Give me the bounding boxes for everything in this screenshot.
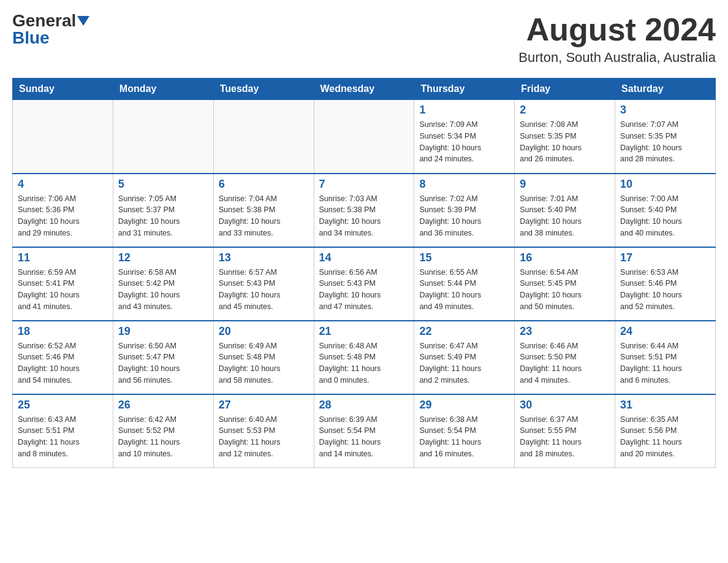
day-info: Sunrise: 7:03 AM Sunset: 5:38 PM Dayligh… [319, 193, 409, 239]
day-number: 17 [620, 251, 710, 264]
weekday-header-tuesday: Tuesday [213, 79, 314, 100]
day-number: 12 [118, 251, 208, 264]
calendar-day-cell: 12Sunrise: 6:58 AM Sunset: 5:42 PM Dayli… [113, 247, 213, 321]
day-number: 11 [18, 251, 108, 264]
calendar-table: SundayMondayTuesdayWednesdayThursdayFrid… [12, 78, 716, 468]
day-info: Sunrise: 6:52 AM Sunset: 5:46 PM Dayligh… [18, 340, 108, 386]
weekday-header-wednesday: Wednesday [314, 79, 414, 100]
title-area: August 2024 Burton, South Australia, Aus… [518, 12, 716, 66]
calendar-day-cell: 25Sunrise: 6:43 AM Sunset: 5:51 PM Dayli… [13, 394, 113, 468]
calendar-header-row: SundayMondayTuesdayWednesdayThursdayFrid… [13, 79, 716, 100]
calendar-day-cell: 4Sunrise: 7:06 AM Sunset: 5:36 PM Daylig… [13, 174, 113, 247]
day-number: 10 [620, 178, 710, 191]
calendar-day-cell: 30Sunrise: 6:37 AM Sunset: 5:55 PM Dayli… [515, 394, 615, 468]
calendar-day-cell [13, 100, 113, 174]
calendar-day-cell: 3Sunrise: 7:07 AM Sunset: 5:35 PM Daylig… [615, 100, 716, 174]
calendar-day-cell: 17Sunrise: 6:53 AM Sunset: 5:46 PM Dayli… [615, 247, 716, 321]
calendar-day-cell: 9Sunrise: 7:01 AM Sunset: 5:40 PM Daylig… [515, 174, 615, 247]
day-number: 1 [419, 104, 509, 117]
logo: General Blue [12, 12, 89, 47]
day-info: Sunrise: 7:05 AM Sunset: 5:37 PM Dayligh… [118, 193, 208, 239]
day-number: 9 [520, 178, 610, 191]
day-info: Sunrise: 6:48 AM Sunset: 5:48 PM Dayligh… [319, 340, 409, 386]
weekday-header-friday: Friday [515, 79, 615, 100]
calendar-day-cell: 2Sunrise: 7:08 AM Sunset: 5:35 PM Daylig… [515, 100, 615, 174]
calendar-week-row: 4Sunrise: 7:06 AM Sunset: 5:36 PM Daylig… [13, 174, 716, 247]
day-info: Sunrise: 6:37 AM Sunset: 5:55 PM Dayligh… [520, 414, 610, 460]
day-number: 14 [319, 251, 409, 264]
day-number: 25 [18, 399, 108, 412]
page-header: General Blue August 2024 Burton, South A… [12, 12, 716, 66]
day-number: 16 [520, 251, 610, 264]
calendar-day-cell: 29Sunrise: 6:38 AM Sunset: 5:54 PM Dayli… [414, 394, 515, 468]
weekday-header-monday: Monday [113, 79, 213, 100]
calendar-day-cell: 16Sunrise: 6:54 AM Sunset: 5:45 PM Dayli… [515, 247, 615, 321]
day-number: 13 [219, 251, 309, 264]
calendar-day-cell: 7Sunrise: 7:03 AM Sunset: 5:38 PM Daylig… [314, 174, 414, 247]
day-number: 20 [219, 325, 309, 338]
day-info: Sunrise: 6:38 AM Sunset: 5:54 PM Dayligh… [419, 414, 509, 460]
day-info: Sunrise: 6:35 AM Sunset: 5:56 PM Dayligh… [620, 414, 710, 460]
weekday-header-sunday: Sunday [13, 79, 113, 100]
logo-blue-text: Blue [12, 28, 50, 47]
day-info: Sunrise: 6:44 AM Sunset: 5:51 PM Dayligh… [620, 340, 710, 386]
day-info: Sunrise: 7:00 AM Sunset: 5:40 PM Dayligh… [620, 193, 710, 239]
calendar-day-cell: 6Sunrise: 7:04 AM Sunset: 5:38 PM Daylig… [213, 174, 314, 247]
location-title: Burton, South Australia, Australia [518, 50, 716, 66]
day-info: Sunrise: 7:08 AM Sunset: 5:35 PM Dayligh… [520, 119, 610, 165]
day-info: Sunrise: 6:39 AM Sunset: 5:54 PM Dayligh… [319, 414, 409, 460]
day-info: Sunrise: 6:47 AM Sunset: 5:49 PM Dayligh… [419, 340, 509, 386]
month-title: August 2024 [518, 12, 716, 47]
calendar-day-cell [314, 100, 414, 174]
calendar-day-cell: 21Sunrise: 6:48 AM Sunset: 5:48 PM Dayli… [314, 321, 414, 394]
day-number: 18 [18, 325, 108, 338]
day-info: Sunrise: 7:01 AM Sunset: 5:40 PM Dayligh… [520, 193, 610, 239]
day-info: Sunrise: 7:06 AM Sunset: 5:36 PM Dayligh… [18, 193, 108, 239]
day-info: Sunrise: 7:09 AM Sunset: 5:34 PM Dayligh… [419, 119, 509, 165]
day-number: 3 [620, 104, 710, 117]
logo-triangle-icon [77, 16, 89, 26]
calendar-day-cell: 11Sunrise: 6:59 AM Sunset: 5:41 PM Dayli… [13, 247, 113, 321]
day-info: Sunrise: 6:42 AM Sunset: 5:52 PM Dayligh… [118, 414, 208, 460]
day-number: 29 [419, 399, 509, 412]
calendar-day-cell: 23Sunrise: 6:46 AM Sunset: 5:50 PM Dayli… [515, 321, 615, 394]
day-info: Sunrise: 6:46 AM Sunset: 5:50 PM Dayligh… [520, 340, 610, 386]
day-info: Sunrise: 6:43 AM Sunset: 5:51 PM Dayligh… [18, 414, 108, 460]
day-number: 30 [520, 399, 610, 412]
calendar-day-cell: 31Sunrise: 6:35 AM Sunset: 5:56 PM Dayli… [615, 394, 716, 468]
calendar-day-cell [213, 100, 314, 174]
day-number: 7 [319, 178, 409, 191]
day-info: Sunrise: 7:07 AM Sunset: 5:35 PM Dayligh… [620, 119, 710, 165]
day-info: Sunrise: 6:53 AM Sunset: 5:46 PM Dayligh… [620, 267, 710, 313]
day-info: Sunrise: 6:40 AM Sunset: 5:53 PM Dayligh… [219, 414, 309, 460]
day-info: Sunrise: 6:54 AM Sunset: 5:45 PM Dayligh… [520, 267, 610, 313]
calendar-day-cell: 10Sunrise: 7:00 AM Sunset: 5:40 PM Dayli… [615, 174, 716, 247]
calendar-day-cell: 14Sunrise: 6:56 AM Sunset: 5:43 PM Dayli… [314, 247, 414, 321]
day-number: 19 [118, 325, 208, 338]
day-info: Sunrise: 6:55 AM Sunset: 5:44 PM Dayligh… [419, 267, 509, 313]
calendar-day-cell: 15Sunrise: 6:55 AM Sunset: 5:44 PM Dayli… [414, 247, 515, 321]
day-number: 28 [319, 399, 409, 412]
calendar-day-cell: 19Sunrise: 6:50 AM Sunset: 5:47 PM Dayli… [113, 321, 213, 394]
day-info: Sunrise: 6:58 AM Sunset: 5:42 PM Dayligh… [118, 267, 208, 313]
day-info: Sunrise: 6:59 AM Sunset: 5:41 PM Dayligh… [18, 267, 108, 313]
calendar-day-cell: 20Sunrise: 6:49 AM Sunset: 5:48 PM Dayli… [213, 321, 314, 394]
calendar-day-cell: 8Sunrise: 7:02 AM Sunset: 5:39 PM Daylig… [414, 174, 515, 247]
day-number: 23 [520, 325, 610, 338]
day-number: 21 [319, 325, 409, 338]
day-info: Sunrise: 6:56 AM Sunset: 5:43 PM Dayligh… [319, 267, 409, 313]
calendar-week-row: 1Sunrise: 7:09 AM Sunset: 5:34 PM Daylig… [13, 100, 716, 174]
weekday-header-thursday: Thursday [414, 79, 515, 100]
calendar-day-cell: 26Sunrise: 6:42 AM Sunset: 5:52 PM Dayli… [113, 394, 213, 468]
calendar-day-cell: 27Sunrise: 6:40 AM Sunset: 5:53 PM Dayli… [213, 394, 314, 468]
day-info: Sunrise: 7:02 AM Sunset: 5:39 PM Dayligh… [419, 193, 509, 239]
calendar-week-row: 11Sunrise: 6:59 AM Sunset: 5:41 PM Dayli… [13, 247, 716, 321]
logo-general-text: General [12, 12, 76, 29]
day-number: 15 [419, 251, 509, 264]
day-number: 2 [520, 104, 610, 117]
calendar-day-cell [113, 100, 213, 174]
calendar-day-cell: 13Sunrise: 6:57 AM Sunset: 5:43 PM Dayli… [213, 247, 314, 321]
day-number: 5 [118, 178, 208, 191]
day-info: Sunrise: 6:57 AM Sunset: 5:43 PM Dayligh… [219, 267, 309, 313]
day-number: 8 [419, 178, 509, 191]
